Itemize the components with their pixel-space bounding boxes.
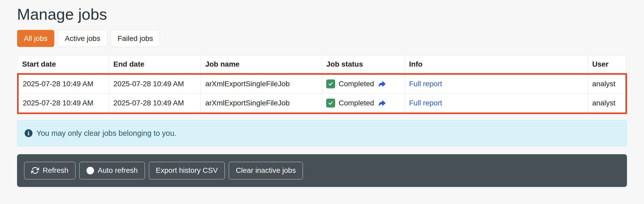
share-arrow-icon[interactable]: [379, 80, 386, 88]
job-name-cell: arXmlExportSingleFileJob: [201, 94, 322, 113]
end-date-cell: 2025-07-28 10:49 AM: [109, 74, 201, 94]
refresh-icon: [31, 167, 39, 174]
highlighted-job-rows: 2025-07-28 10:49 AM 2025-07-28 10:49 AM …: [18, 74, 626, 113]
job-status-cell: Completed: [322, 94, 405, 113]
share-arrow-icon[interactable]: [379, 99, 386, 107]
info-cell: Full report: [405, 94, 588, 113]
user-cell: analyst: [588, 94, 626, 113]
export-history-csv-button-label: Export history CSV: [156, 166, 218, 175]
clear-inactive-jobs-button-label: Clear inactive jobs: [236, 166, 296, 175]
table-header-row: Start date End date Job name Job status …: [18, 55, 626, 74]
circle-icon: [86, 167, 94, 174]
actions-toolbar: Refresh Auto refresh Export history CSV …: [17, 154, 627, 187]
filter-all-jobs-button[interactable]: All jobs: [17, 30, 54, 47]
column-header-job-name: Job name: [201, 55, 322, 74]
column-header-job-status: Job status: [322, 55, 405, 74]
clear-inactive-jobs-button[interactable]: Clear inactive jobs: [229, 162, 303, 179]
checkbox-checked-icon: [326, 99, 335, 108]
filter-failed-jobs-button[interactable]: Failed jobs: [111, 30, 160, 47]
refresh-button-label: Refresh: [43, 166, 68, 175]
job-status-label: Completed: [339, 99, 374, 107]
auto-refresh-button-label: Auto refresh: [98, 166, 138, 175]
manage-jobs-page: Manage jobs All jobs Active jobs Failed …: [0, 0, 644, 187]
export-history-csv-button[interactable]: Export history CSV: [149, 162, 225, 179]
page-title: Manage jobs: [17, 4, 627, 25]
filter-active-jobs-button[interactable]: Active jobs: [58, 30, 107, 47]
table-row: 2025-07-28 10:49 AM 2025-07-28 10:49 AM …: [18, 74, 626, 94]
jobs-table: Start date End date Job name Job status …: [17, 55, 627, 114]
job-status-label: Completed: [339, 80, 374, 88]
column-header-start-date: Start date: [18, 55, 109, 74]
end-date-cell: 2025-07-28 10:49 AM: [109, 94, 201, 113]
info-cell: Full report: [405, 74, 588, 94]
refresh-button[interactable]: Refresh: [24, 162, 75, 179]
full-report-link[interactable]: Full report: [409, 80, 442, 88]
auto-refresh-button[interactable]: Auto refresh: [79, 162, 145, 179]
column-header-end-date: End date: [109, 55, 201, 74]
checkbox-checked-icon: [326, 79, 335, 88]
notice-text: You may only clear jobs belonging to you…: [36, 129, 176, 138]
user-cell: analyst: [588, 74, 626, 94]
job-name-cell: arXmlExportSingleFileJob: [201, 74, 322, 94]
start-date-cell: 2025-07-28 10:49 AM: [18, 94, 109, 113]
job-filter-group: All jobs Active jobs Failed jobs: [17, 30, 627, 47]
full-report-link[interactable]: Full report: [409, 99, 442, 107]
start-date-cell: 2025-07-28 10:49 AM: [18, 74, 109, 94]
column-header-info: Info: [405, 55, 588, 74]
table-row: 2025-07-28 10:49 AM 2025-07-28 10:49 AM …: [18, 94, 626, 113]
clear-jobs-notice: i You may only clear jobs belonging to y…: [17, 120, 627, 147]
column-header-user: User: [588, 55, 626, 74]
job-status-cell: Completed: [322, 74, 405, 94]
info-circle-icon: i: [25, 129, 32, 137]
